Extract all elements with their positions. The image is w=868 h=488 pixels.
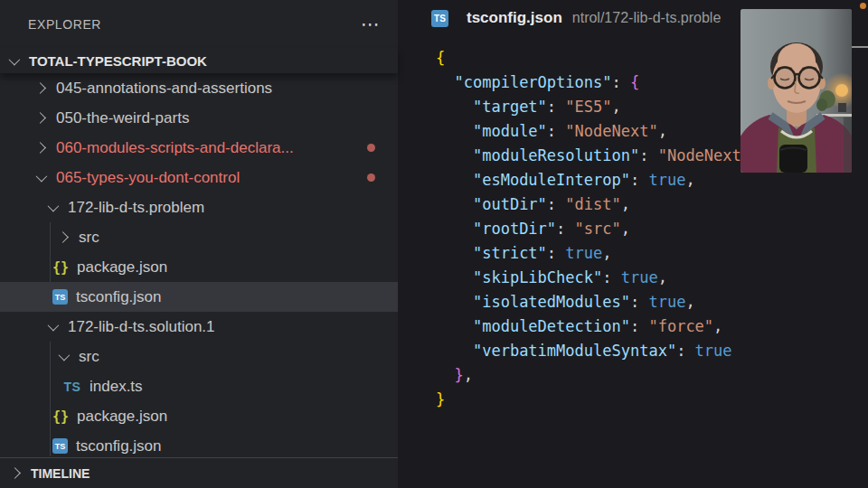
code-line: "skipLibCheck": true, [436, 266, 760, 290]
chevron-right-icon[interactable] [34, 82, 46, 94]
tree-item-045-annotations-and-assertions[interactable]: 045-annotations-and-assertions [0, 73, 398, 103]
token-punct: : [602, 268, 620, 286]
token-kw: true [621, 268, 658, 286]
token-punct: : [547, 195, 565, 213]
tree-item-src[interactable]: src [0, 342, 398, 371]
token-punct: , [658, 122, 667, 140]
token-key: "compilerOptions" [454, 73, 611, 91]
token-key: "isolatedModules" [473, 293, 630, 311]
chevron-down-icon[interactable] [48, 201, 60, 212]
token-key: "moduleDetection" [473, 317, 630, 335]
token-punct: : [556, 220, 574, 238]
token-punct [436, 122, 473, 140]
window-edge-line [852, 46, 868, 48]
breadcrumb-path[interactable]: ntrol/172-lib-d-ts.proble [572, 10, 722, 26]
explorer-sidebar: EXPLORER ⋯ TOTAL-TYPESCRIPT-BOOK 045-ann… [0, 0, 398, 488]
token-b1: { [436, 49, 445, 67]
tree-item-label: 065-types-you-dont-control [56, 169, 240, 187]
token-str: "dist" [565, 195, 620, 213]
root-folder-label: TOTAL-TYPESCRIPT-BOOK [29, 53, 207, 69]
tree-item-label: package.json [77, 408, 167, 426]
token-key: "esModuleInterop" [473, 171, 630, 189]
chevron-down-icon[interactable] [36, 171, 48, 183]
ts-box-icon: TS [52, 289, 68, 305]
tree-item-060-modules-scripts-and-declara-[interactable]: 060-modules-scripts-and-declara... [0, 133, 398, 163]
token-kw: true [648, 293, 685, 311]
tree-item-src[interactable]: src [0, 222, 398, 252]
tree-item-package-json[interactable]: {}package.json [0, 401, 398, 431]
code-line: }, [436, 363, 760, 388]
more-actions-icon[interactable]: ⋯ [361, 20, 380, 29]
code-line: "compilerOptions": { [436, 70, 760, 95]
chevron-right-icon[interactable] [57, 231, 69, 243]
ts-box-icon: TS [52, 438, 68, 454]
token-key: "rootDir" [473, 220, 556, 238]
token-punct: : [630, 317, 648, 335]
tree-item-label: 172-lib-d-ts.solution.1 [68, 318, 215, 336]
chevron-down-icon[interactable] [9, 53, 21, 65]
json-icon: {} [52, 259, 69, 276]
tree-item-172-lib-d-ts-solution-1[interactable]: 172-lib-d-ts.solution.1 [0, 312, 398, 342]
tree-item-package-json[interactable]: {}package.json [0, 252, 398, 282]
token-punct: : [547, 244, 565, 262]
chevron-right-icon[interactable] [34, 112, 46, 124]
token-key: "strict" [473, 244, 547, 262]
token-punct: , [602, 244, 611, 262]
token-punct [436, 317, 473, 335]
chevron-down-icon[interactable] [48, 320, 60, 332]
token-punct: : [676, 342, 694, 360]
token-key: "outDir" [473, 195, 547, 213]
token-punct: : [547, 98, 565, 116]
token-key: "target" [473, 98, 547, 116]
token-punct [436, 220, 473, 238]
token-punct [436, 98, 473, 116]
token-str: "force" [648, 317, 713, 335]
timeline-section[interactable]: TIMELINE [0, 457, 398, 488]
code-line: "moduleDetection": "force", [436, 314, 760, 339]
modified-badge-dot [367, 144, 375, 152]
token-punct: , [685, 171, 694, 189]
token-punct [436, 293, 473, 311]
chevron-right-icon[interactable] [9, 467, 21, 479]
token-punct [436, 171, 473, 189]
tree-root-folder[interactable]: TOTAL-TYPESCRIPT-BOOK [0, 48, 398, 73]
ts-letters-icon: TS [63, 380, 81, 394]
token-punct: , [464, 366, 473, 384]
json-icon: {} [52, 408, 69, 425]
token-str: "src" [575, 220, 621, 238]
tree-item-065-types-you-dont-control[interactable]: 065-types-you-dont-control [0, 163, 398, 192]
tree-item-label: package.json [77, 258, 167, 277]
token-punct [436, 244, 473, 262]
code-line: "isolatedModules": true, [436, 290, 760, 314]
token-punct [436, 366, 454, 384]
chevron-down-icon[interactable] [59, 350, 71, 361]
token-key: "moduleResolution" [473, 146, 639, 164]
open-file-title[interactable]: tsconfig.json [467, 9, 562, 27]
explorer-header: EXPLORER ⋯ [0, 0, 398, 49]
tree-item-label: tsconfig.json [76, 437, 162, 455]
token-key: "verbatimModuleSyntax" [473, 342, 676, 360]
code-line: { [436, 46, 760, 70]
tree-item-label: src [79, 348, 99, 366]
tree-item-tsconfig-json[interactable]: TStsconfig.json [0, 282, 398, 312]
token-punct: : [639, 146, 657, 164]
code-block[interactable]: { "compilerOptions": { "target": "ES5", … [436, 46, 760, 412]
token-key: "module" [473, 122, 547, 140]
presenter-illustration [741, 9, 852, 173]
file-tree: 045-annotations-and-assertions050-the-we… [0, 73, 398, 461]
tree-item-label: tsconfig.json [76, 288, 162, 306]
chevron-right-icon[interactable] [34, 142, 46, 154]
tree-item-050-the-weird-parts[interactable]: 050-the-weird-parts [0, 103, 398, 133]
tree-item-label: 060-modules-scripts-and-declara... [56, 139, 294, 157]
tree-item-index-ts[interactable]: TSindex.ts [0, 371, 398, 401]
token-str: "ES5" [565, 98, 611, 116]
token-str: "NodeNext" [565, 122, 657, 140]
token-b2: } [454, 366, 463, 384]
code-line: } [436, 388, 760, 412]
code-line: "strict": true, [436, 241, 760, 266]
typescript-file-icon: TS [431, 10, 448, 27]
tree-item-172-lib-d-ts-problem[interactable]: 172-lib-d-ts.problem [0, 192, 398, 222]
token-punct [436, 268, 473, 286]
token-punct: : [611, 73, 629, 91]
token-punct: , [621, 195, 630, 213]
